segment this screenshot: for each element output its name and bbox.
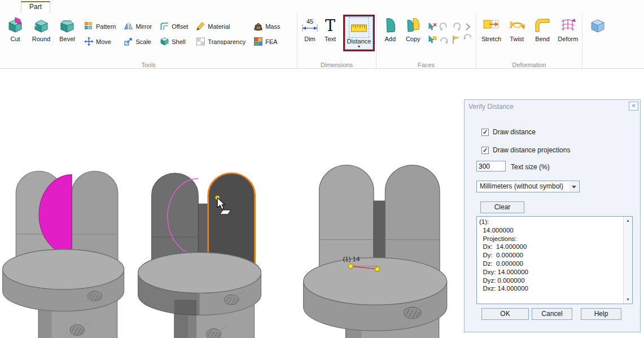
part-view-2[interactable]: [141, 163, 264, 338]
scale-button[interactable]: Scale: [124, 37, 152, 46]
shell-label: Shell: [172, 38, 185, 45]
twist-label: Twist: [510, 36, 524, 42]
cycle-face-icon[interactable]: [463, 35, 473, 45]
shell-button[interactable]: Shell: [160, 37, 188, 46]
tools-group-label: Tools: [0, 62, 297, 68]
units-select[interactable]: Millimeters (without symbol): [476, 181, 580, 192]
draw-distance-label: Draw distance: [493, 128, 536, 136]
flag-face-icon[interactable]: [451, 35, 461, 45]
redo-face-icon[interactable]: [451, 22, 461, 32]
ribbon-body: Cut Round: [0, 13, 644, 69]
copy-face-button[interactable]: Copy: [402, 15, 425, 61]
bend-button[interactable]: Bend: [530, 15, 555, 61]
distance-annotation-box: Distance ▾: [343, 15, 375, 51]
transparency-button[interactable]: Transparency: [196, 37, 246, 46]
close-button[interactable]: ×: [629, 102, 638, 111]
tab-part-label: Part: [29, 3, 42, 11]
part-view-1[interactable]: [6, 159, 127, 338]
tools-small-col-2: Mirror Scale: [124, 21, 152, 61]
round-label: Round: [32, 36, 50, 42]
deform-button[interactable]: Deform: [555, 15, 581, 61]
deselect-face-icon[interactable]: [427, 22, 437, 32]
tab-part[interactable]: Part: [21, 1, 50, 13]
offset-button[interactable]: Offset: [160, 21, 188, 31]
mass-button[interactable]: 10 Mass: [253, 21, 280, 31]
clear-button[interactable]: Clear: [480, 201, 524, 213]
dim-icon: 45: [301, 16, 319, 34]
ok-button[interactable]: OK: [481, 308, 529, 320]
results-text: (1): 14.000000 Projections: Dx: 14.00000…: [479, 218, 622, 302]
help-label: Help: [594, 310, 608, 318]
mirror-button[interactable]: Mirror: [124, 21, 152, 31]
draw-projections-checkbox[interactable]: ✓: [481, 147, 489, 154]
fea-icon: [253, 37, 263, 46]
round-button[interactable]: Round: [28, 15, 54, 61]
scroll-down-icon[interactable]: ▼: [624, 296, 632, 304]
faces-group-label: Faces: [376, 62, 476, 68]
cut-icon: [6, 16, 24, 34]
ribbon-group-deformation: Stretch Twist: [476, 13, 582, 69]
clipped-cube-icon: [589, 16, 607, 34]
cut-button[interactable]: Cut: [2, 15, 28, 61]
draw-distance-checkbox[interactable]: ✓: [481, 129, 489, 136]
svg-text:T: T: [325, 17, 335, 34]
offset-label: Offset: [172, 23, 188, 30]
copy-face-label: Copy: [406, 36, 420, 42]
close-icon: ×: [632, 102, 635, 109]
units-select-value: Millimeters (without symbol): [480, 182, 563, 190]
tools-small-col-3: Offset Shell: [160, 21, 188, 61]
twist-button[interactable]: Twist: [504, 15, 529, 61]
undo-face-icon[interactable]: [439, 22, 449, 32]
select-face-icon[interactable]: [427, 35, 437, 45]
results-scrollbar[interactable]: ▲ ▼: [623, 217, 632, 304]
verify-distance-dialog: Verify Distance × ✓ Draw distance ✓ Draw…: [464, 99, 641, 332]
cancel-button[interactable]: Cancel: [532, 308, 572, 320]
next-face-icon[interactable]: [463, 22, 473, 32]
measure-point-2: [375, 267, 379, 271]
bevel-icon: [58, 16, 76, 34]
text-size-input[interactable]: [476, 161, 506, 172]
fea-button[interactable]: FEA: [253, 37, 280, 46]
mirror-label: Mirror: [135, 23, 152, 30]
ribbon-group-faces: Add Copy: [376, 13, 476, 69]
tools-small-col-5: 10 Mass FEA: [253, 21, 280, 61]
ribbon-group-dimensions: 45 Dim T Text: [297, 13, 376, 69]
pattern-button[interactable]: Pattern: [84, 21, 116, 31]
deformation-group-label: Deformation: [476, 62, 582, 68]
scale-icon: [124, 37, 133, 46]
select-arrow-box: [569, 182, 579, 191]
scroll-up-icon[interactable]: ▲: [624, 217, 632, 225]
round-icon: [32, 16, 50, 34]
dimensions-group-label: Dimensions: [297, 62, 376, 68]
mass-label: Mass: [265, 23, 280, 30]
draw-projections-row: ✓ Draw distance projections: [481, 146, 570, 154]
draw-projections-label: Draw distance projections: [493, 146, 570, 154]
text-button[interactable]: T Text: [320, 15, 340, 61]
part-view-3[interactable]: (1) 14: [303, 161, 454, 338]
distance-button[interactable]: Distance ▾: [345, 16, 373, 50]
rotate-face-icon[interactable]: [439, 35, 449, 45]
add-face-button[interactable]: Add: [379, 15, 402, 61]
deform-icon: [559, 16, 577, 34]
application-window: Part Cut: [0, 0, 644, 338]
chevron-down-icon: ▾: [358, 45, 360, 49]
add-face-icon: [381, 16, 399, 34]
bend-label: Bend: [535, 36, 550, 42]
twist-icon: [508, 16, 526, 34]
dialog-title: Verify Distance: [465, 100, 640, 111]
move-button[interactable]: Move: [84, 37, 116, 46]
bevel-label: Bevel: [59, 36, 75, 42]
help-button[interactable]: Help: [581, 308, 621, 320]
distance-icon: [350, 19, 368, 37]
svg-text:45: 45: [306, 18, 313, 25]
add-face-label: Add: [384, 36, 396, 42]
dim-button[interactable]: 45 Dim: [300, 15, 320, 61]
stretch-button[interactable]: Stretch: [479, 15, 504, 61]
ok-label: OK: [500, 310, 510, 318]
results-box[interactable]: (1): 14.000000 Projections: Dx: 14.00000…: [476, 216, 633, 304]
material-button[interactable]: Material: [196, 21, 246, 31]
scale-label: Scale: [135, 38, 151, 45]
bevel-button[interactable]: Bevel: [54, 15, 80, 61]
clipped-button[interactable]: [585, 15, 611, 61]
mirror-icon: [124, 21, 133, 31]
